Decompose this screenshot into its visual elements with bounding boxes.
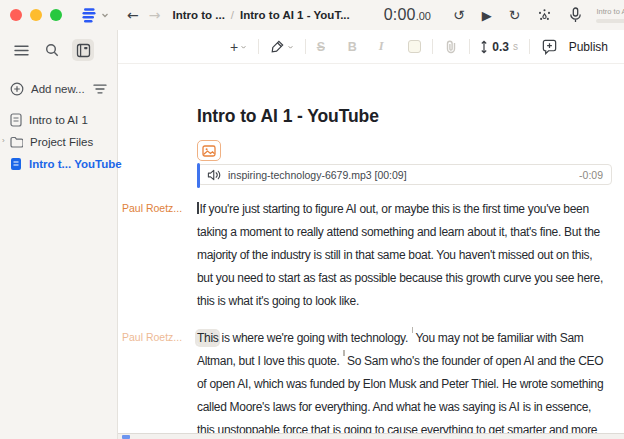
editor-toolbar: + S B I xyxy=(118,30,624,64)
strikethrough-button[interactable]: S xyxy=(317,40,327,54)
audio-clip-player[interactable]: inspiring-technology-6679.mp3 [00:09] -0… xyxy=(197,164,612,185)
text-cursor xyxy=(197,202,199,214)
sidebar-file-list: Intro to AI 1 › Project Files xyxy=(0,112,117,171)
breadcrumb-composition[interactable]: Intro to AI 1 - YouT... xyxy=(240,9,350,21)
comment-plus-icon xyxy=(541,38,558,55)
divider xyxy=(305,39,306,54)
skip-forward-icon[interactable]: ↻ xyxy=(509,8,521,22)
play-button[interactable]: ▶ xyxy=(482,9,492,22)
document-icon-selected xyxy=(10,157,22,171)
gap-value: 0.3 xyxy=(492,40,509,54)
divider xyxy=(258,39,259,54)
chevron-right-icon[interactable]: › xyxy=(2,137,8,145)
speaker-volume-icon xyxy=(207,169,222,181)
vertical-resize-icon xyxy=(480,40,488,54)
shorten-gaps-control[interactable]: 0.3 s xyxy=(480,40,518,54)
divider xyxy=(432,39,433,54)
highlight-button[interactable] xyxy=(408,40,421,53)
hamburger-menu-icon[interactable] xyxy=(10,39,32,61)
document-canvas[interactable]: Intro to AI 1 - YouTube xyxy=(118,64,624,433)
edit-mark xyxy=(412,327,414,333)
app-window: ← → Intro to ... / Intro to AI 1 - YouT.… xyxy=(0,0,624,439)
chevron-down-icon xyxy=(101,11,109,19)
app-menu-button[interactable] xyxy=(80,6,109,24)
add-new-button[interactable]: Add new... xyxy=(0,79,117,99)
speaker-label[interactable]: Paul Roetz... xyxy=(122,202,188,214)
descript-logo-icon xyxy=(80,6,98,24)
divider xyxy=(469,39,470,54)
breadcrumb-separator: / xyxy=(231,9,234,21)
highlight-swatch-icon xyxy=(408,40,421,53)
insert-button[interactable]: + xyxy=(230,40,247,54)
transcript-paragraph: Paul Roetz...If you're just starting to … xyxy=(197,198,624,313)
playhead-marker[interactable] xyxy=(197,163,200,188)
transport-controls: ↺ ▶ ↻ xyxy=(453,7,582,23)
audio-filename: inspiring-technology-6679.mp3 [00:09] xyxy=(228,169,407,181)
timer-fraction: .00 xyxy=(416,10,431,22)
sync-label: Intro to AI 1 - Yo... xyxy=(596,7,624,16)
divider xyxy=(529,39,530,54)
zoom-window-button[interactable] xyxy=(50,9,62,21)
transcript-text[interactable]: This is where we're going with technolog… xyxy=(197,327,611,433)
ai-enhance-icon[interactable] xyxy=(537,8,552,23)
filter-icon[interactable] xyxy=(93,84,107,94)
pen-icon xyxy=(270,39,285,54)
window-controls xyxy=(10,9,62,21)
sidebar-item-label: Project Files xyxy=(30,136,93,148)
bold-button[interactable]: B xyxy=(348,40,358,54)
timeline-strip[interactable] xyxy=(118,433,624,439)
titlebar: ← → Intro to ... / Intro to AI 1 - YouT.… xyxy=(0,0,624,30)
sidebar-item-label: Intro t... YouTube xyxy=(29,158,122,170)
editor-pane: + S B I xyxy=(118,30,624,439)
chevron-down-icon xyxy=(240,44,247,50)
paragraphs: Paul Roetz...If you're just starting to … xyxy=(197,198,624,433)
image-icon xyxy=(202,145,216,157)
image-placeholder-chip[interactable] xyxy=(197,140,221,161)
transcript-paragraph: Paul Roetz...This is where we're going w… xyxy=(197,327,624,433)
edit-mark xyxy=(343,350,345,356)
sidebar: Add new... Intro to AI 1 › xyxy=(0,30,118,439)
transcript-text[interactable]: If you're just starting to figure AI out… xyxy=(197,198,611,313)
sidebar-item-intro-youtube[interactable]: Intro t... YouTube xyxy=(0,156,117,171)
publish-button[interactable]: Publish xyxy=(569,40,608,54)
folder-icon xyxy=(10,136,23,148)
search-icon[interactable] xyxy=(41,39,63,61)
add-comment-button[interactable] xyxy=(541,38,558,55)
sidebar-item-project-files[interactable]: › Project Files xyxy=(0,134,117,149)
timer-main: 0:00 xyxy=(384,6,416,24)
playback-timer: 0:00 .00 xyxy=(384,6,431,24)
add-new-label: Add new... xyxy=(31,83,86,95)
document-icon xyxy=(10,113,22,127)
document-title[interactable]: Intro to AI 1 - YouTube xyxy=(197,106,624,127)
italic-button[interactable]: I xyxy=(379,39,389,54)
sidebar-item-intro-to-ai-1[interactable]: Intro to AI 1 xyxy=(0,112,117,127)
style-tool-button[interactable] xyxy=(270,39,294,54)
attachment-button[interactable] xyxy=(444,39,458,54)
speaker-label[interactable]: Paul Roetz... xyxy=(122,331,188,343)
skip-back-icon[interactable]: ↺ xyxy=(453,8,465,22)
sidebar-item-label: Intro to AI 1 xyxy=(29,114,88,126)
highlighted-word[interactable]: This xyxy=(197,331,218,345)
breadcrumb: Intro to ... / Intro to AI 1 - YouT... xyxy=(172,9,349,21)
timeline-clip-icon xyxy=(122,435,130,439)
sync-widget[interactable]: Intro to AI 1 - Yo... ↻ xyxy=(596,7,624,23)
sync-progress-bar xyxy=(596,19,624,23)
gap-unit: s xyxy=(513,41,518,52)
plus-circle-icon xyxy=(10,82,24,96)
forward-button[interactable]: → xyxy=(149,8,161,22)
project-pages-icon[interactable] xyxy=(72,39,94,61)
close-window-button[interactable] xyxy=(10,9,22,21)
chevron-down-icon xyxy=(287,44,294,50)
breadcrumb-project[interactable]: Intro to ... xyxy=(172,9,224,21)
audio-time-remaining: -0:09 xyxy=(579,169,603,181)
microphone-icon[interactable] xyxy=(569,7,582,23)
minimize-window-button[interactable] xyxy=(30,9,42,21)
paperclip-icon xyxy=(444,39,458,54)
back-button[interactable]: ← xyxy=(127,8,139,22)
